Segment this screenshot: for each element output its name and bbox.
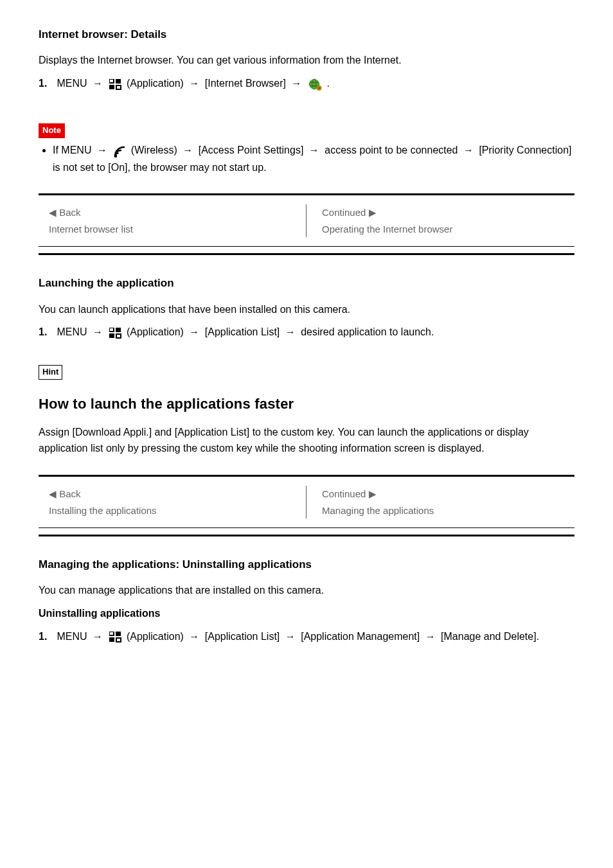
arrow-icon: → [423,631,438,642]
next-label: Continued ▶ [322,488,377,499]
intro-text: You can manage applications that are ins… [39,582,574,599]
svg-rect-11 [116,328,121,332]
subheading: Uninstalling applications [39,605,574,622]
note-badge: Note [39,123,65,138]
back-target: Installing the applications [49,505,157,516]
back-label: ◀ Back [49,207,81,218]
svg-point-8 [318,87,320,89]
svg-rect-12 [109,333,114,338]
arrow-icon: → [90,78,105,89]
svg-rect-3 [116,85,121,89]
hint-body: Assign [Download Appli.] and [Applicatio… [39,424,574,457]
back-target: Internet browser list [49,224,133,235]
arrow-icon: → [90,631,105,642]
next-link[interactable]: Continued ▶ Managing the applications [322,488,434,516]
app-list-label: [Application List] [205,326,280,337]
svg-rect-16 [109,637,114,642]
svg-rect-14 [109,632,114,635]
section-heading: Internet browser: Details [39,26,574,43]
step-1: 1. MENU → (Application) → [Application L… [39,628,574,646]
intro-text: You can launch applications that have be… [39,301,574,318]
manage-delete-label: [Manage and Delete]. [441,631,539,642]
arrow-icon: → [90,326,105,337]
hint-badge: Hint [39,365,62,380]
wireless-icon [114,143,127,159]
arrow-icon: → [306,145,322,155]
ap-settings-label: [Access Point Settings] [199,145,304,155]
step-1: 1. MENU → (Application) → [Application L… [39,324,574,341]
section-heading: Launching the application [39,274,574,292]
svg-rect-9 [114,155,117,157]
svg-rect-2 [109,85,114,89]
step-number: 1. [39,628,54,645]
page-nav: ◀ Back Installing the applications Conti… [39,475,574,528]
step-number: 1. [39,324,54,341]
section-heading: Managing the applications: Uninstalling … [39,556,574,573]
earth-settings-icon [308,76,323,93]
note-bullet: If MENU → (Wireless) → [Access Point Set… [53,142,574,175]
svg-rect-15 [116,632,121,636]
next-target: Operating the Internet browser [322,224,452,235]
back-link[interactable]: ◀ Back Internet browser list [49,207,133,235]
apps-label: (Application) [127,631,184,642]
next-label: Continued ▶ [322,207,377,218]
intro-text: Displays the Internet browser. You can g… [39,52,574,69]
svg-rect-1 [116,79,121,84]
apps-grid-icon [109,629,122,646]
svg-rect-17 [116,638,121,642]
menu-label: MENU [57,78,87,89]
svg-rect-10 [109,328,114,332]
menu-label: MENU [57,631,87,642]
note-block: Note If MENU → (Wireless) → [39,121,574,175]
svg-rect-0 [109,79,114,83]
next-link[interactable]: Continued ▶ Operating the Internet brows… [322,207,452,235]
browser-label: [Internet Browser] [205,78,286,89]
section-managing-applications: Managing the applications: Uninstalling … [39,556,574,645]
svg-rect-13 [116,334,121,338]
next-target: Managing the applications [322,505,434,516]
arrow-icon: → [461,145,476,155]
section-launch-application: Launching the application You can launch… [39,274,574,457]
manage-label: [Application Management] [301,631,420,642]
arrow-icon: → [94,145,110,155]
wireless-label: (Wireless) [131,145,177,155]
apps-grid-icon [109,76,122,93]
period: . [326,78,329,89]
arrow-icon: → [283,631,298,642]
arrow-icon: → [186,326,202,337]
desired-text: desired application to launch. [301,326,434,337]
ap-mid: access point to be connected [324,145,458,155]
apps-label: (Application) [127,78,184,89]
arrow-icon: → [283,326,298,337]
app-list-label: [Application List] [205,631,280,642]
apps-label: (Application) [127,326,184,337]
menu-label: MENU [57,326,87,337]
back-label: ◀ Back [49,488,81,499]
arrow-icon: → [180,145,195,155]
arrow-icon: → [186,78,202,89]
arrow-icon: → [186,631,202,642]
note-pre: If MENU [53,145,91,155]
section-internet-browser: Internet browser: Details Displays the I… [39,26,574,175]
arrow-icon: → [289,78,305,89]
back-link[interactable]: ◀ Back Installing the applications [49,488,157,516]
page-nav: ◀ Back Internet browser list Continued ▶… [39,193,574,247]
apps-grid-icon [109,324,122,341]
step-number: 1. [39,75,54,92]
hint-title: How to launch the applications faster [39,393,574,415]
step-1: 1. MENU → (Application) → [Internet Brow… [39,75,574,93]
